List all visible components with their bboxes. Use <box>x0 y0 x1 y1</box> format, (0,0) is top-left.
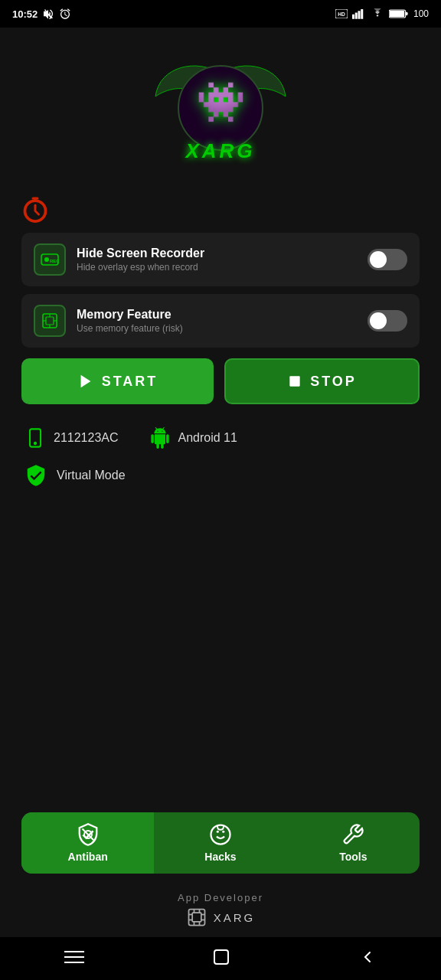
stop-icon <box>287 374 302 389</box>
svg-text:👾: 👾 <box>196 78 246 126</box>
logo-svg: 👾 XARG <box>152 43 289 173</box>
android-icon <box>149 427 171 449</box>
main-content: REC Hide Screen Recorder Hide overlay es… <box>0 181 441 658</box>
back-icon <box>358 948 377 966</box>
app-logo: 👾 XARG <box>152 43 289 173</box>
svg-rect-44 <box>214 950 228 964</box>
nav-home-button[interactable] <box>197 945 246 972</box>
virtual-mode-label: Virtual Mode <box>57 469 126 482</box>
status-right: HD 100 <box>335 8 429 19</box>
hacks-icon <box>209 823 232 846</box>
svg-rect-8 <box>406 12 408 15</box>
timer-row <box>21 188 420 233</box>
menu-icon <box>64 949 84 965</box>
android-version-label: Android 11 <box>178 431 237 445</box>
android-version-item: Android 11 <box>149 427 237 449</box>
antiban-icon <box>77 823 100 846</box>
info-row: 2112123AC Android 11 <box>21 415 420 456</box>
signal-icon <box>352 8 366 19</box>
svg-point-28 <box>211 825 230 844</box>
status-bar: 10:52 HD <box>0 0 441 28</box>
hide-recorder-toggle[interactable] <box>368 249 407 270</box>
status-left: 10:52 <box>12 8 71 20</box>
svg-text:REC: REC <box>50 259 59 263</box>
hd-icon: HD <box>335 9 348 18</box>
hide-recorder-slider <box>368 249 407 270</box>
tab-antiban[interactable]: Antiban <box>21 812 154 874</box>
spacer <box>0 658 441 813</box>
memory-feature-card: Memory Feature Use memory feature (risk) <box>21 294 420 348</box>
nav-back-button[interactable] <box>343 945 392 972</box>
tab-hacks[interactable]: Hacks <box>154 812 286 874</box>
wifi-icon <box>371 8 384 19</box>
alarm-icon <box>59 8 71 20</box>
svg-rect-32 <box>192 913 201 922</box>
svg-rect-5 <box>361 9 363 19</box>
memory-feature-slider <box>368 310 407 332</box>
battery-icon <box>389 8 409 19</box>
tab-bar: Antiban Hacks Tools <box>21 812 420 874</box>
tab-antiban-label: Antiban <box>68 851 108 863</box>
virtual-mode-row: Virtual Mode <box>21 456 420 495</box>
brand-icon <box>186 906 207 928</box>
start-label: START <box>102 374 158 390</box>
action-buttons: START STOP <box>21 358 420 404</box>
timer-icon <box>21 196 49 224</box>
svg-rect-7 <box>390 11 405 18</box>
memory-feature-subtitle: Use memory feature (risk) <box>77 323 357 334</box>
tab-tools[interactable]: Tools <box>287 812 420 874</box>
svg-rect-23 <box>289 376 299 386</box>
nav-menu-button[interactable] <box>49 946 100 971</box>
memory-icon <box>41 312 59 330</box>
phone-icon <box>24 427 46 449</box>
svg-rect-3 <box>355 13 358 19</box>
stop-label: STOP <box>310 374 357 390</box>
tab-hacks-label: Hacks <box>204 851 236 863</box>
developer-brand-text: XARG <box>214 911 256 924</box>
svg-point-14 <box>44 257 49 262</box>
memory-feature-toggle[interactable] <box>368 310 407 332</box>
svg-rect-4 <box>358 11 360 19</box>
hide-recorder-card: REC Hide Screen Recorder Hide overlay es… <box>21 233 420 286</box>
developer-label: App Developer <box>178 892 263 903</box>
shield-check-icon <box>24 464 47 487</box>
tab-tools-label: Tools <box>339 851 367 863</box>
mute-icon <box>42 8 54 20</box>
svg-text:XARG: XARG <box>184 139 255 162</box>
home-icon <box>212 948 230 966</box>
svg-rect-17 <box>46 317 54 325</box>
play-icon <box>77 373 94 390</box>
svg-rect-2 <box>352 15 354 19</box>
memory-feature-text: Memory Feature Use memory feature (risk) <box>77 308 357 334</box>
hide-recorder-subtitle: Hide overlay esp when record <box>77 262 357 273</box>
memory-feature-title: Memory Feature <box>77 308 357 322</box>
stop-button[interactable]: STOP <box>224 358 420 404</box>
svg-text:HD: HD <box>338 11 345 17</box>
developer-brand: XARG <box>186 906 256 928</box>
memory-icon-box <box>34 305 66 337</box>
device-id-label: 2112123AC <box>54 431 119 445</box>
rec-icon: REC <box>41 250 59 269</box>
hide-recorder-text: Hide Screen Recorder Hide overlay esp wh… <box>77 247 357 273</box>
tools-icon <box>341 823 364 846</box>
hide-recorder-icon-box: REC <box>34 243 66 276</box>
start-button[interactable]: START <box>21 358 214 404</box>
time-display: 10:52 <box>12 8 38 20</box>
developer-section: App Developer XARG <box>0 886 441 937</box>
logo-area: 👾 XARG <box>0 28 441 181</box>
device-id-item: 2112123AC <box>24 427 119 449</box>
nav-bar <box>0 937 441 980</box>
svg-marker-22 <box>80 375 90 388</box>
battery-percentage: 100 <box>413 8 429 19</box>
svg-point-25 <box>34 443 36 444</box>
svg-rect-31 <box>188 910 204 926</box>
hide-recorder-title: Hide Screen Recorder <box>77 247 357 260</box>
